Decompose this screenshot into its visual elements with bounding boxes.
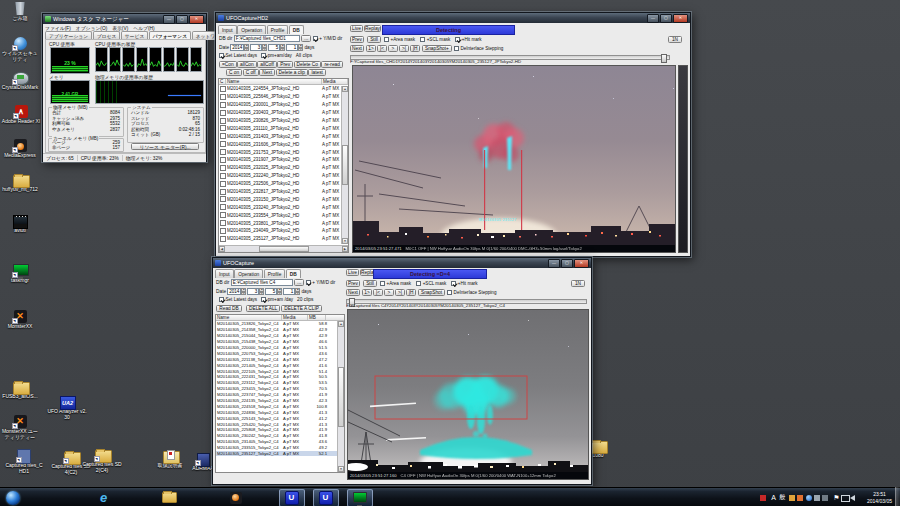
clip-row[interactable]: M20140305_224836_Tokyo2_C4 A pT MX 41.3	[216, 409, 344, 415]
action-center-flag-icon[interactable]: ⚑	[833, 494, 840, 501]
mask-checkbox[interactable]: +Area mask	[384, 37, 415, 42]
ufocapturehd2-titlebar[interactable]: UFOCaptureHD2 — ▢ ✕	[216, 13, 690, 23]
mask-checkbox[interactable]: +Area mask	[380, 281, 411, 286]
pm-am-checkbox[interactable]: pm+am/day	[261, 53, 292, 58]
db-action-button[interactable]: Delete Co	[294, 61, 321, 68]
db-action-button[interactable]: C off	[243, 69, 259, 76]
clip-list-vertical-scrollbar[interactable]: ▲▼	[341, 86, 348, 244]
clip-list-horizontal-scrollbar[interactable]: ◀▶	[219, 245, 348, 252]
clip-row[interactable]: M20140305_224135_Tokyo2_C4 A pT MX 42.3	[216, 398, 344, 404]
clip-checkbox[interactable]	[220, 157, 226, 163]
clip-row[interactable]: M20140305_233240_JPTokyo2_HD A pT MX	[219, 203, 348, 211]
pm-am-checkbox[interactable]: pm+am /day	[261, 297, 293, 302]
delete-all-button[interactable]: DELETE ALL	[246, 305, 280, 312]
minimize-button[interactable]: —	[647, 14, 659, 23]
year-spinner[interactable]: 2014▲▼	[230, 44, 249, 51]
clip-row[interactable]: M20140305_225808_Tokyo2_C4 A pT MX 41.9	[216, 427, 344, 433]
deinterlace-checkbox[interactable]: DeInterlace Stepping	[447, 290, 496, 295]
clip-row[interactable]: M20140305_234049_JPTokyo2_HD A pT MX	[219, 227, 348, 235]
clip-row[interactable]: M20140305_224518_Tokyo2_C4 A pT MX 100.8	[216, 403, 344, 409]
set-latest-days-checkbox[interactable]: Set Latest days	[219, 53, 257, 58]
tab[interactable]: Input	[215, 269, 234, 278]
clip-row[interactable]: M20140305_221405_Tokyo2_C4 A pT MX 41.6	[216, 362, 344, 368]
playback-button[interactable]: |H	[410, 45, 420, 52]
one-n-button[interactable]: 1N	[571, 280, 585, 287]
tray-app-gray2-icon[interactable]	[822, 495, 828, 501]
desktop-icon-mediaexpress[interactable]: MediaExpress	[0, 139, 40, 159]
clip-row[interactable]: M20140305_233801_JPTokyo2_HD A pT MX	[219, 219, 348, 227]
clip-row[interactable]: M20140305_233554_JPTokyo2_HD A pT MX	[219, 211, 348, 219]
db-action-button[interactable]: allCon	[237, 61, 257, 68]
replay-button[interactable]: Replay	[364, 25, 381, 32]
set-latest-days-checkbox[interactable]: Set Latest days	[219, 297, 257, 302]
clip-list-vertical-scrollbar[interactable]: ▲▼	[337, 321, 344, 472]
playback-button[interactable]: >|	[399, 45, 409, 52]
still-button[interactable]: Still	[363, 280, 377, 287]
db-dir-input[interactable]: E:¥Captured files C4	[231, 279, 293, 286]
desktop-icon-recycle-bin[interactable]: ごみ箱	[0, 2, 40, 22]
tray-app-gray-icon[interactable]	[814, 495, 820, 501]
db-dir-input[interactable]: F:¥Captured files_CHD1	[234, 35, 300, 42]
desktop-icon-fusb3-folder[interactable]: FUSB3_allOS...	[0, 380, 40, 400]
clip-checkbox[interactable]	[220, 94, 226, 100]
clip-row[interactable]: M20140305_230242_Tokyo2_C4 A pT MX 41.8	[216, 433, 344, 439]
live-button[interactable]: Live	[346, 269, 359, 276]
tray-app-red-icon[interactable]	[760, 495, 766, 501]
clip-checkbox[interactable]	[220, 118, 226, 124]
volume-icon[interactable]	[850, 495, 855, 501]
tab[interactable]: Profile	[267, 25, 289, 34]
media-player-icon[interactable]	[228, 490, 243, 505]
desktop-icon-monsterxx-utility[interactable]: ✕ MonsterXX ユーティリティー	[0, 415, 40, 440]
clip-checkbox[interactable]	[220, 196, 226, 202]
explorer-icon[interactable]	[162, 490, 177, 505]
clip-row[interactable]: M20140305_233515_Tokyo2_C4 A pT MX 49.2	[216, 445, 344, 451]
clip-row[interactable]: M20140305_213826_Tokyo2_C4 A pT MX 58.8	[216, 321, 344, 327]
clip-row[interactable]: M20140305_222105_Tokyo2_C4 A pT MX 51.4	[216, 368, 344, 374]
ymd-dir-checkbox[interactable]: + Y/M/D dir	[313, 36, 343, 41]
maximize-button[interactable]: ▢	[660, 14, 672, 23]
desktop-icon-manual-folder[interactable]: 取扱説明書	[150, 449, 190, 469]
tab[interactable]: DB	[286, 269, 301, 278]
close-button[interactable]: ✕	[673, 14, 688, 23]
desktop-icon-adobe-reader[interactable]: ∧ Adobe Reader XI	[1, 105, 41, 125]
mask-checkbox[interactable]: +SCL mask	[416, 281, 446, 286]
db-action-button[interactable]: C on	[226, 69, 242, 76]
mask-checkbox[interactable]: +Hit mark	[455, 37, 481, 42]
month-spinner[interactable]: 3▲▼	[250, 44, 267, 51]
close-button[interactable]: ✕	[189, 15, 204, 24]
clip-row[interactable]: M20140305_232240_JPTokyo2_HD A pT MX	[219, 172, 348, 180]
desktop-icon-huffyuv-folder[interactable]: huffyuv_mt_712	[0, 173, 40, 193]
clip-checkbox[interactable]	[220, 141, 226, 147]
clip-row[interactable]: M20140305_215044_Tokyo2_C4 A pT MX 42.9	[216, 333, 344, 339]
db-action-button[interactable]: Next	[259, 69, 275, 76]
clip-row[interactable]: M20140305_223747_Tokyo2_C4 A pT MX 41.9	[216, 392, 344, 398]
browse-button[interactable]: ...	[301, 35, 311, 42]
clip-row[interactable]: M20140305_220753_Tokyo2_C4 A pT MX 43.6	[216, 350, 344, 356]
playback-button[interactable]: |<	[373, 289, 383, 296]
month-spinner[interactable]: 3▲▼	[247, 288, 264, 295]
start-button[interactable]	[5, 490, 20, 505]
playback-button[interactable]: >	[384, 289, 394, 296]
clip-row[interactable]: M20140305_221138_Tokyo2_C4 A pT MX 47.2	[216, 356, 344, 362]
clip-row[interactable]: M20140305_231753_JPTokyo2_HD A pT MX	[219, 148, 348, 156]
desktop-icon-crystaldiskmark[interactable]: CrystalDiskMark	[0, 71, 40, 91]
clip-checkbox[interactable]	[220, 173, 226, 179]
next-button[interactable]: Next	[346, 289, 360, 296]
tab[interactable]: Input	[218, 25, 237, 34]
prev-button[interactable]: Prev	[346, 280, 360, 287]
tray-app-yellow-icon[interactable]	[789, 495, 795, 501]
db-action-button[interactable]: latest	[308, 69, 325, 76]
clip-checkbox[interactable]	[220, 125, 226, 131]
maximize-button[interactable]: ▢	[176, 15, 188, 24]
playback-button[interactable]: 1>	[366, 45, 376, 52]
clip-checkbox[interactable]	[220, 86, 226, 92]
playback-button[interactable]: |<	[377, 45, 387, 52]
clip-row[interactable]: M20140305_223112_Tokyo2_C4 A pT MX 53.5	[216, 380, 344, 386]
deinterlace-checkbox[interactable]: DeInterlace Stepping	[454, 46, 503, 51]
db-action-button[interactable]: allCoff	[257, 61, 277, 68]
clip-row[interactable]: M20140305_224554_JPTokyo2_HD A pT MX	[219, 85, 348, 93]
tab[interactable]: Operation	[234, 269, 263, 278]
close-button[interactable]: ✕	[574, 259, 589, 268]
maximize-button[interactable]: ▢	[561, 259, 573, 268]
playback-button[interactable]: >|	[395, 289, 405, 296]
